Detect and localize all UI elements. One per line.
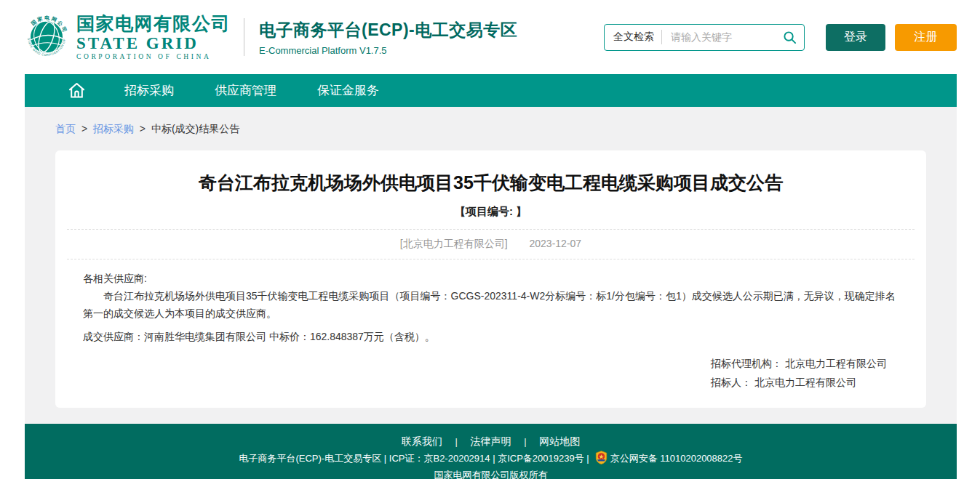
footer-link-sitemap[interactable]: 网站地图	[539, 435, 580, 447]
announcement-source: [北京电力工程有限公司]	[400, 238, 508, 249]
breadcrumb-separator: >	[81, 123, 87, 134]
nav-item-bidding[interactable]: 招标采购	[124, 82, 174, 99]
footer-icp-info: 电子商务平台(ECP)-电工交易专区 | ICP证：京B2-20202914 |…	[239, 453, 589, 464]
announcement-date: 2023-12-07	[530, 238, 582, 249]
login-button[interactable]: 登录	[826, 24, 885, 51]
search-scope-label: 全文检索	[613, 31, 654, 44]
announcement-paragraph: 奇台江布拉克机场场外供电项目35千伏输变电工程电缆采购项目（项目编号：GCGS-…	[83, 287, 899, 322]
footer-link-legal[interactable]: 法律声明	[471, 435, 511, 447]
footer-link-separator: |	[524, 436, 526, 447]
announcement-body: 各相关供应商: 奇台江布拉克机场场外供电项目35千伏输变电工程电缆采购项目（项目…	[65, 259, 916, 392]
register-button[interactable]: 注册	[895, 24, 957, 51]
platform-subtitle: E-Commercial Platform V1.7.5	[259, 45, 517, 56]
main-content-area: 首页 > 招标采购 > 中标(成交)结果公告 奇台江布拉克机场场外供电项目35千…	[25, 107, 957, 424]
announcement-card: 奇台江布拉克机场场外供电项目35千伏输变电工程电缆采购项目成交公告 【项目编号:…	[55, 150, 926, 408]
header-divider	[244, 18, 244, 56]
police-badge-icon	[595, 451, 607, 464]
breadcrumb-home-link[interactable]: 首页	[55, 123, 76, 134]
tenderee-line: 招标人： 北京电力工程有限公司	[711, 373, 887, 392]
breadcrumb: 首页 > 招标采购 > 中标(成交)结果公告	[25, 107, 957, 136]
home-icon	[67, 81, 87, 100]
breadcrumb-separator: >	[140, 123, 146, 134]
search-box-divider	[661, 30, 662, 44]
agency-line: 招标代理机构： 北京电力工程有限公司	[711, 354, 887, 373]
nav-item-deposit[interactable]: 保证金服务	[317, 82, 379, 99]
footer-copyright: 国家电网有限公司版权所有	[25, 467, 957, 479]
search-icon	[783, 31, 797, 44]
logo-cn-text: 国家电网有限公司	[76, 14, 231, 34]
search-box: 全文检索	[604, 24, 805, 51]
logo-en-text: STATE GRID	[76, 35, 231, 52]
police-record-link[interactable]: 京公网安备 11010202008822号	[610, 453, 743, 464]
platform-title: 电子商务平台(ECP)-电工交易专区	[259, 19, 517, 41]
site-footer: 联系我们 | 法律声明 | 网站地图 电子商务平台(ECP)-电工交易专区 | …	[25, 424, 957, 479]
breadcrumb-bidding-link[interactable]: 招标采购	[93, 123, 134, 134]
main-navbar: 招标采购 供应商管理 保证金服务	[25, 74, 957, 107]
salutation-line: 各相关供应商:	[83, 270, 899, 287]
search-button[interactable]	[783, 31, 797, 44]
award-supplier-line: 成交供应商：河南胜华电缆集团有限公司 中标价：162.848387万元（含税）。	[83, 328, 899, 345]
nav-home-button[interactable]	[67, 81, 87, 100]
footer-link-separator: |	[455, 436, 457, 447]
logo-en-subtext: CORPORATION OF CHINA	[76, 53, 231, 60]
search-input[interactable]	[669, 31, 783, 44]
project-number-line: 【项目编号: 】	[65, 205, 916, 219]
state-grid-logo[interactable]: 国家电网公司 STATE GRID CORPORATION OF CHINA 国…	[22, 12, 231, 62]
state-grid-globe-icon: 国家电网公司 STATE GRID CORPORATION OF CHINA	[22, 12, 71, 62]
site-header: 国家电网公司 STATE GRID CORPORATION OF CHINA 国…	[0, 0, 980, 74]
announcement-title: 奇台江布拉克机场场外供电项目35千伏输变电工程电缆采购项目成交公告	[87, 171, 894, 195]
footer-link-contact[interactable]: 联系我们	[402, 435, 442, 447]
nav-item-supplier[interactable]: 供应商管理	[215, 82, 276, 99]
breadcrumb-current-page: 中标(成交)结果公告	[151, 123, 239, 134]
